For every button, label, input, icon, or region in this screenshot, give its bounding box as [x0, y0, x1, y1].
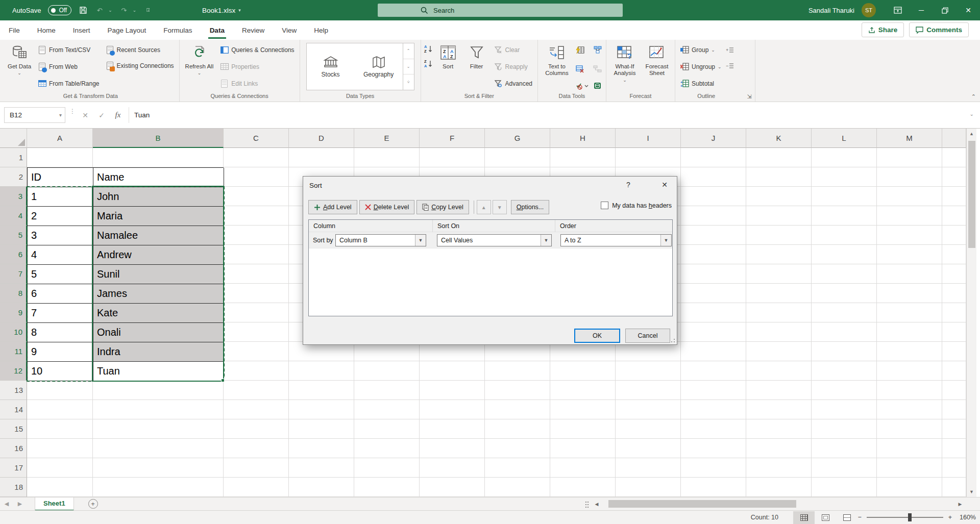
cell[interactable] [289, 381, 354, 400]
sheet-nav-right-icon[interactable]: ▶ [13, 501, 27, 507]
cell-a7[interactable]: 5 [28, 265, 93, 284]
cell[interactable] [942, 284, 966, 303]
sheet-tab-sheet1[interactable]: Sheet1 [35, 497, 74, 511]
cell[interactable] [550, 439, 616, 458]
cell[interactable] [485, 381, 550, 400]
cell[interactable] [681, 226, 746, 245]
row-header-12[interactable]: 12 [0, 361, 27, 381]
tab-home[interactable]: Home [29, 20, 64, 40]
cell[interactable] [354, 148, 420, 167]
add-level-button[interactable]: Add Level [308, 200, 357, 214]
cell[interactable] [616, 419, 681, 439]
flash-fill-icon[interactable] [576, 45, 584, 54]
zoom-level[interactable]: 160% [960, 514, 976, 521]
cell[interactable] [877, 264, 942, 284]
comments-button[interactable]: Comments [909, 22, 969, 37]
cell[interactable] [354, 458, 420, 478]
cell[interactable] [616, 381, 681, 400]
cell[interactable] [942, 187, 966, 206]
cell[interactable] [93, 148, 224, 167]
cell[interactable] [420, 458, 485, 478]
minimize-button[interactable]: ─ [910, 0, 933, 20]
cell[interactable] [420, 148, 485, 167]
cell[interactable] [812, 284, 877, 303]
cell[interactable] [746, 458, 812, 478]
cell[interactable] [550, 148, 616, 167]
cell[interactable] [224, 245, 289, 264]
tab-page-layout[interactable]: Page Layout [99, 20, 155, 40]
cell[interactable] [746, 148, 812, 167]
cell[interactable] [877, 167, 942, 187]
cell[interactable] [27, 439, 93, 458]
cell[interactable] [942, 400, 966, 419]
page-break-view-button[interactable] [836, 511, 857, 524]
zoom-slider-handle[interactable] [908, 513, 912, 521]
cell[interactable] [224, 478, 289, 497]
restore-button[interactable] [933, 0, 957, 20]
cell[interactable] [289, 458, 354, 478]
tab-data[interactable]: Data [201, 20, 233, 40]
cell[interactable] [550, 419, 616, 439]
cell[interactable] [681, 439, 746, 458]
column-header-k[interactable]: K [746, 129, 812, 148]
row-header-11[interactable]: 11 [0, 342, 27, 361]
existing-connections-button[interactable]: Existing Connections [104, 58, 176, 73]
cell[interactable] [746, 400, 812, 419]
cell[interactable] [746, 206, 812, 226]
normal-view-button[interactable] [793, 511, 815, 524]
cell-b3[interactable]: John [93, 187, 224, 207]
cell[interactable] [877, 342, 942, 361]
data-validation-icon[interactable] [576, 81, 589, 90]
cell[interactable] [224, 439, 289, 458]
cell[interactable] [877, 284, 942, 303]
column-header-j[interactable]: J [681, 129, 746, 148]
enter-entry-icon[interactable]: ✓ [94, 108, 109, 122]
cell[interactable] [485, 148, 550, 167]
ok-button[interactable]: OK [574, 329, 620, 343]
column-header-e[interactable]: E [354, 129, 420, 148]
cell[interactable] [681, 381, 746, 400]
cell[interactable] [289, 148, 354, 167]
scroll-right-icon[interactable]: ▶ [955, 502, 965, 507]
remove-duplicates-icon[interactable] [576, 64, 584, 73]
outline-dialog-launcher-icon[interactable]: ⇲ [746, 93, 753, 101]
manage-data-model-icon[interactable] [593, 81, 602, 90]
cell[interactable] [289, 439, 354, 458]
cell[interactable] [224, 264, 289, 284]
cell-b9[interactable]: Kate [93, 304, 224, 323]
cell[interactable] [27, 419, 93, 439]
row-header-15[interactable]: 15 [0, 419, 27, 439]
cell[interactable] [354, 439, 420, 458]
cell[interactable] [877, 206, 942, 226]
row-header-16[interactable]: 16 [0, 439, 27, 458]
undo-caret-icon[interactable]: ⌄ [108, 8, 112, 13]
cell[interactable] [616, 148, 681, 167]
cell[interactable] [942, 419, 966, 439]
cell[interactable] [812, 342, 877, 361]
row-header-8[interactable]: 8 [0, 284, 27, 303]
cell[interactable] [942, 226, 966, 245]
cell[interactable] [550, 400, 616, 419]
copy-level-button[interactable]: Copy Level [416, 200, 469, 214]
cell[interactable] [616, 478, 681, 497]
cell[interactable] [616, 361, 681, 381]
options-button[interactable]: Options... [511, 200, 550, 214]
dropdown-arrow-icon[interactable]: ▼ [541, 235, 551, 246]
move-down-button[interactable]: ▼ [493, 200, 507, 214]
stocks-button[interactable]: Stocks [307, 43, 355, 90]
row-header-13[interactable]: 13 [0, 381, 27, 400]
cell[interactable] [354, 419, 420, 439]
cell[interactable] [289, 478, 354, 497]
text-to-columns-button[interactable]: Text to Columns [541, 41, 573, 92]
cell[interactable] [942, 167, 966, 187]
cell-b5[interactable]: Namalee [93, 226, 224, 245]
cell[interactable] [746, 187, 812, 206]
cell[interactable] [812, 419, 877, 439]
cell[interactable] [224, 187, 289, 206]
cell[interactable] [812, 226, 877, 245]
cell[interactable] [224, 381, 289, 400]
cell[interactable] [420, 381, 485, 400]
dropdown-arrow-icon[interactable]: ▼ [415, 235, 426, 246]
formula-bar-expand-icon[interactable]: ⌄ [970, 111, 974, 117]
undo-icon[interactable]: ↶ [95, 6, 104, 15]
